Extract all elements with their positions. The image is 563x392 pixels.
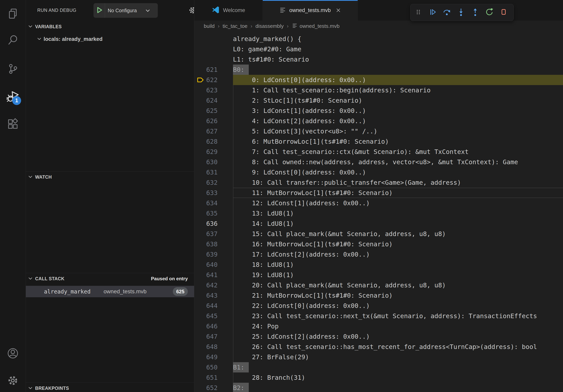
step-over-button[interactable]	[442, 8, 451, 17]
code-line[interactable]: 621 already_marked() {	[194, 34, 563, 44]
code-line[interactable]: 640 15: Call place_mark(&mut Scenario, a…	[194, 229, 563, 239]
settings-button[interactable]	[0, 374, 26, 387]
gutter[interactable]: 638	[194, 208, 233, 219]
gutter[interactable]: 623	[194, 54, 233, 65]
gutter[interactable]: 652	[194, 352, 233, 362]
code-line[interactable]: 631 6: MutBorrowLoc[1](ts#1#0: Scenario)	[194, 136, 563, 147]
gutter[interactable]: 644	[194, 270, 233, 280]
tab-owned-tests[interactable]: owned_tests.mvb	[263, 0, 358, 21]
gutter[interactable]: 641	[194, 239, 233, 249]
gutter[interactable]: 629	[194, 116, 233, 126]
sidebar-item-extensions[interactable]	[0, 118, 26, 130]
code-line[interactable]: 635 10: Call transfer::public_transfer<G…	[194, 177, 563, 188]
code-line[interactable]: 634 9: LdConst[0](address: 0x00..)	[194, 167, 563, 177]
code-line[interactable]: 633 8: Call owned::new(address, address,…	[194, 157, 563, 167]
code-line[interactable]: 623 L1: ts#1#0: Scenario	[194, 54, 563, 65]
step-out-button[interactable]	[471, 8, 480, 17]
debug-config-dropdown[interactable]: No Configura	[93, 3, 158, 18]
gutter[interactable]: 627	[194, 95, 233, 105]
code-line[interactable]: 641 16: MutBorrowLoc[1](ts#1#0: Scenario…	[194, 239, 563, 249]
code-line[interactable]: 639 14: LdU8(1)	[194, 219, 563, 229]
gutter[interactable]: 648	[194, 311, 233, 321]
sidebar-item-source-control[interactable]	[0, 63, 26, 75]
gutter[interactable]: 643	[194, 260, 233, 270]
code-line[interactable]: 651 26: Call test_scenario::has_most_rec…	[194, 342, 563, 352]
gutter[interactable]: 637	[194, 198, 233, 208]
account-button[interactable]	[0, 347, 26, 360]
gutter[interactable]: 628	[194, 105, 233, 116]
stop-button[interactable]	[499, 8, 508, 17]
code-line[interactable]: 645 20: Call place_mark(&mut Scenario, a…	[194, 280, 563, 290]
gutter[interactable]: 633	[194, 157, 233, 167]
gutter[interactable]: 646	[194, 290, 233, 301]
gutter[interactable]: 625	[194, 75, 233, 85]
stack-frame-row[interactable]: already_marked owned_tests.mvb 625	[26, 286, 194, 297]
gutter[interactable]: 647	[194, 301, 233, 311]
gutter[interactable]: 645	[194, 280, 233, 290]
code-line[interactable]: 636 11: MutBorrowLoc[1](ts#1#0: Scenario…	[194, 188, 563, 198]
code-line[interactable]: 650 25: LdConst[2](address: 0x00..)	[194, 331, 563, 342]
gutter[interactable]: 653	[194, 362, 233, 372]
variables-section-header[interactable]: VARIABLES	[26, 22, 194, 32]
code-line[interactable]: 652 27: BrFalse(29)	[194, 352, 563, 362]
code-line[interactable]: 654 28: Branch(31)	[194, 372, 563, 383]
start-debugging-button[interactable]	[93, 3, 105, 18]
watch-section-header[interactable]: WATCH	[26, 172, 194, 182]
breadcrumb-item[interactable]: tic_tac_toe	[223, 23, 248, 29]
gutter[interactable]: 654	[194, 372, 233, 383]
gutter[interactable]: 621	[194, 34, 233, 44]
breakpoints-section-header[interactable]: BREAKPOINTS	[26, 383, 194, 392]
code-line[interactable]: 642 17: LdConst[2](address: 0x00..)	[194, 249, 563, 260]
gutter[interactable]: 639	[194, 219, 233, 229]
code-line[interactable]: 646 21: MutBorrowLoc[1](ts#1#0: Scenario…	[194, 290, 563, 301]
sidebar-item-run-debug[interactable]: 1	[0, 90, 26, 103]
code-line[interactable]: 627 2: StLoc[1](ts#1#0: Scenario)	[194, 95, 563, 105]
gutter[interactable]: 622	[194, 44, 233, 54]
gutter[interactable]: 655	[194, 383, 233, 392]
variables-scope-locals[interactable]: locals: already_marked	[26, 34, 194, 44]
gutter[interactable]: 634	[194, 167, 233, 177]
step-into-button[interactable]	[456, 8, 466, 17]
gutter[interactable]: 630	[194, 126, 233, 136]
code-line[interactable]: 638 13: LdU8(1)	[194, 208, 563, 219]
code-line[interactable]: 630 5: LdConst[3](vector<u8>: "" /..)	[194, 126, 563, 136]
toolbar-drag-handle[interactable]	[414, 8, 423, 17]
breadcrumb-item[interactable]: build	[204, 23, 215, 29]
continue-button[interactable]	[428, 8, 437, 17]
restart-button[interactable]	[485, 8, 494, 17]
code-area: 621 already_marked() { 622 L0: game#2#0:…	[194, 32, 563, 392]
call-stack-section-header[interactable]: CALL STACK Paused on entry	[26, 274, 194, 284]
close-icon[interactable]	[335, 7, 341, 13]
gutter[interactable]: 626	[194, 85, 233, 95]
gutter[interactable]: 632	[194, 147, 233, 157]
code-line[interactable]: 632 7: Call test_scenario::ctx(&mut Scen…	[194, 147, 563, 157]
code-line[interactable]: 644 19: LdU8(1)	[194, 270, 563, 280]
gutter[interactable]: 635	[194, 177, 233, 188]
gutter[interactable]: 640	[194, 229, 233, 239]
code-line[interactable]: 653 B1:	[194, 362, 563, 372]
tab-welcome[interactable]: Welcome	[194, 0, 263, 21]
code-line[interactable]: 655 B2:	[194, 383, 563, 392]
code-line[interactable]: 649 24: Pop	[194, 321, 563, 331]
code-line[interactable]: 626 1: Call test_scenario::begin(address…	[194, 85, 563, 95]
gutter[interactable]: 649	[194, 321, 233, 331]
code-line[interactable]: 643 18: LdU8(1)	[194, 260, 563, 270]
gutter[interactable]: 642	[194, 249, 233, 260]
gutter[interactable]: 624	[194, 65, 233, 75]
code-line[interactable]: 625 0: LdConst[0](address: 0x00..)	[194, 75, 563, 85]
breadcrumb-item[interactable]: disassembly	[256, 23, 284, 29]
code-line[interactable]: 622 L0: game#2#0: Game	[194, 44, 563, 54]
code-line[interactable]: 647 22: LdConst[0](address: 0x00..)	[194, 301, 563, 311]
gutter[interactable]: 650	[194, 331, 233, 342]
code-line[interactable]: 637 12: LdConst[1](address: 0x00..)	[194, 198, 563, 208]
code-line[interactable]: 628 3: LdConst[1](address: 0x00..)	[194, 105, 563, 116]
sidebar-item-search[interactable]	[0, 34, 26, 46]
breadcrumb-item-file[interactable]: owned_tests.mvb	[292, 23, 340, 30]
gutter[interactable]: 631	[194, 136, 233, 147]
gutter[interactable]: 636	[194, 188, 233, 198]
gutter[interactable]: 651	[194, 342, 233, 352]
code-line[interactable]: 629 4: LdConst[2](address: 0x00..)	[194, 116, 563, 126]
code-line[interactable]: 648 23: Call test_scenario::next_tx(&mut…	[194, 311, 563, 321]
sidebar-item-explorer[interactable]	[0, 7, 26, 20]
code-line[interactable]: 624 B0:	[194, 65, 563, 75]
